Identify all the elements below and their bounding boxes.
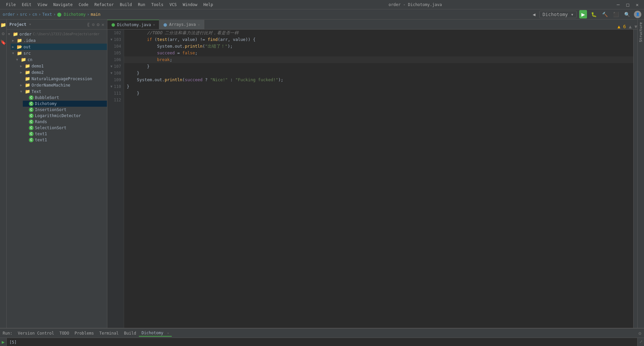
- bottom-tab-run[interactable]: Dichotomy ✕: [139, 330, 172, 337]
- main-layout: 📁 ⚙ 🔖 Project ▾ ⟪ ⊙ ⚙ ✕ ▼ 📁 order C:\Use…: [0, 19, 644, 328]
- tab-close-dichotomy[interactable]: ✕: [153, 23, 155, 27]
- tree-out[interactable]: ▶ 📂 out: [11, 44, 107, 50]
- bottom-tab-terminal[interactable]: Terminal: [97, 330, 121, 336]
- tree-demo1[interactable]: ▶ 📁 demo1: [19, 63, 107, 69]
- tree-idea[interactable]: ▶ 📁 .idea: [11, 37, 107, 44]
- tab-arrays[interactable]: ⬤ Arrays.java ✕: [159, 20, 204, 29]
- bottom-settings-icon[interactable]: ⚙: [639, 331, 641, 336]
- run-button[interactable]: ▶: [579, 10, 587, 18]
- bottom-tab-build[interactable]: Build: [121, 330, 139, 336]
- code-line-112: [124, 97, 633, 103]
- collapse-all-icon[interactable]: ⟪: [87, 22, 90, 27]
- project-icon[interactable]: 📁: [0, 22, 6, 28]
- tree-text1[interactable]: C text1: [23, 137, 107, 143]
- code-line-110: }: [124, 83, 633, 90]
- gutter-103: ▼103: [107, 36, 121, 43]
- run-again-icon[interactable]: ▶: [2, 339, 4, 345]
- tab-close-run[interactable]: ✕: [167, 331, 169, 335]
- structure-icon[interactable]: ⚙: [2, 31, 4, 36]
- build-project-button[interactable]: 🔨: [601, 11, 609, 18]
- toolbar: order › src › cn › Text › ⬤ Dichotomy › …: [0, 9, 644, 19]
- menu-window[interactable]: Window: [180, 2, 200, 8]
- tree-insertionsort[interactable]: C InsertionSort: [23, 107, 107, 113]
- back-button[interactable]: ◀: [531, 11, 537, 18]
- tab-dichotomy[interactable]: ⬤ Dichotomy.java ✕: [107, 20, 159, 29]
- tree-src[interactable]: ▼ 📁 src: [11, 50, 107, 56]
- window-controls: ─ □ ✕: [615, 2, 641, 7]
- right-structure-panel: Structure: [637, 19, 644, 328]
- tree-onm[interactable]: ▶ 📁 OrderNameMachine: [19, 82, 107, 88]
- gutter-107: ▼107: [107, 63, 121, 70]
- toolbar-right: ◀ Dichotomy ▾ ▶ 🐛 🔨 ⬛ 🔍 👤: [531, 10, 641, 18]
- code-editor: 102 ▼103 104 105 106 ▼107 ▼108 109 ▼110 …: [107, 30, 637, 328]
- menu-build[interactable]: Build: [117, 2, 135, 8]
- menu-file[interactable]: File: [3, 2, 18, 8]
- project-tree: ▼ 📁 order C:\Users\17331\IdeaProjects\or…: [7, 30, 107, 328]
- stop-button[interactable]: ⬛: [612, 11, 620, 18]
- code-line-105: succeed = false;: [124, 50, 633, 56]
- debug-button[interactable]: 🐛: [590, 11, 598, 18]
- tree-bubblesort[interactable]: C BubbleSort: [23, 95, 107, 101]
- locate-icon[interactable]: ⊙: [92, 22, 95, 27]
- code-line-103: if (test(arr, value) != find(arr, value)…: [124, 36, 633, 43]
- project-panel-title: Project: [9, 22, 26, 27]
- search-button[interactable]: 🔍: [623, 11, 631, 18]
- tree-rands[interactable]: C Rands: [23, 119, 107, 125]
- tree-logdetector[interactable]: C LogarithmicDetector: [23, 113, 107, 119]
- project-dropdown[interactable]: ▾: [29, 22, 32, 27]
- menu-tools[interactable]: Tools: [149, 2, 166, 8]
- menu-run[interactable]: Run: [135, 2, 148, 8]
- breadcrumb-dichotomy[interactable]: ⬤ Dichotomy: [57, 12, 86, 17]
- bottom-tab-version-control[interactable]: Version Control: [15, 330, 57, 336]
- tree-demo2[interactable]: ▶ 📁 demo2: [19, 69, 107, 76]
- breadcrumb: order › src › cn › Text › ⬤ Dichotomy › …: [3, 12, 101, 17]
- maximize-button[interactable]: □: [624, 2, 631, 7]
- tree-root[interactable]: ▼ 📁 order C:\Users\17331\IdeaProjects\or…: [7, 31, 107, 37]
- bottom-tab-problems[interactable]: Problems: [72, 330, 97, 336]
- menu-view[interactable]: View: [35, 2, 50, 8]
- menu-navigate[interactable]: Navigate: [51, 2, 75, 8]
- tree-nlp[interactable]: 📁 NaturalLanguageProcession: [19, 76, 107, 82]
- menu-refactor[interactable]: Refactor: [92, 2, 116, 8]
- tree-sort[interactable]: C text1: [23, 131, 107, 137]
- project-header-icons: ⟪ ⊙ ⚙ ✕: [87, 22, 104, 27]
- breadcrumb-text[interactable]: Text: [42, 12, 52, 17]
- gutter-104: 104: [107, 43, 121, 50]
- warning-count[interactable]: ▲ 6 ▲ ▼: [618, 24, 637, 29]
- menu-edit[interactable]: Edit: [19, 2, 34, 8]
- menu-code[interactable]: Code: [76, 2, 91, 8]
- menu-help[interactable]: Help: [201, 2, 216, 8]
- tab-close-arrays[interactable]: ✕: [198, 23, 200, 27]
- breadcrumb-order[interactable]: order: [3, 12, 15, 17]
- tree-text[interactable]: ▼ 📁 Text: [19, 88, 107, 95]
- expand-icon[interactable]: ⤢: [639, 339, 643, 344]
- tab-bar: ⬤ Dichotomy.java ✕ ⬤ Arrays.java ✕ ▲ 6 ▲…: [107, 19, 637, 30]
- code-line-102: //TODO 二分法和暴力法进行比对，看是否一样: [124, 30, 633, 36]
- left-sidebar-icons: 📁 ⚙ 🔖: [0, 19, 7, 328]
- project-panel: Project ▾ ⟪ ⊙ ⚙ ✕ ▼ 📁 order C:\Users\173…: [7, 19, 107, 328]
- bookmarks-icon[interactable]: 🔖: [0, 40, 6, 45]
- bottom-panel: Run: Version Control TODO Problems Termi…: [0, 328, 644, 346]
- tree-selectionsort[interactable]: C SelectionSort: [23, 125, 107, 131]
- bottom-tab-todo[interactable]: TODO: [57, 330, 72, 336]
- structure-label: Structure: [639, 22, 643, 42]
- close-button[interactable]: ✕: [634, 2, 641, 7]
- tree-dichotomy[interactable]: C Dichotomy: [23, 101, 107, 107]
- profile-selector[interactable]: Dichotomy ▾: [539, 11, 577, 18]
- output-line: [5]: [9, 339, 635, 345]
- bottom-right-icons: ⤢: [637, 338, 644, 346]
- code-content[interactable]: //TODO 二分法和暴力法进行比对，看是否一样 if (test(arr, v…: [124, 30, 633, 328]
- close-panel-icon[interactable]: ✕: [102, 22, 104, 27]
- line-numbers: 102 ▼103 104 105 106 ▼107 ▼108 109 ▼110 …: [107, 30, 124, 328]
- run-label: Run:: [3, 331, 12, 336]
- breadcrumb-main[interactable]: main: [91, 12, 101, 17]
- gear-icon[interactable]: ⚙: [97, 22, 99, 27]
- code-line-108: }: [124, 70, 633, 77]
- breadcrumb-src[interactable]: src: [20, 12, 27, 17]
- code-line-106: break;: [124, 56, 633, 63]
- menu-vcs[interactable]: VCS: [167, 2, 179, 8]
- tree-cn[interactable]: ▼ 📁 cn: [15, 56, 107, 63]
- run-output[interactable]: [5] [5] [24, -56, 4, 15, -73, -22, -9] […: [7, 338, 637, 346]
- minimize-button[interactable]: ─: [615, 2, 622, 7]
- breadcrumb-cn[interactable]: cn: [32, 12, 37, 17]
